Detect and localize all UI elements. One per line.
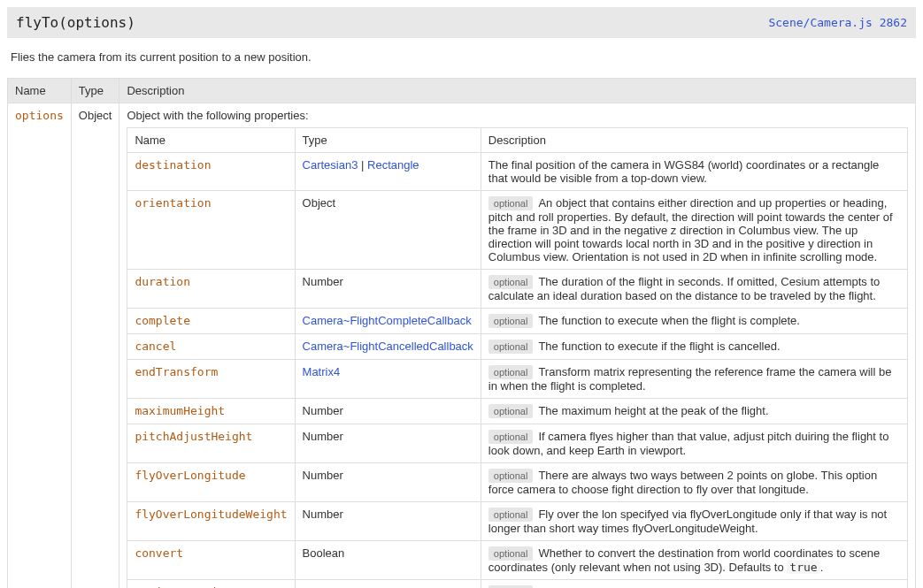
- prop-desc: optionalControls how the time is interpo…: [481, 580, 907, 589]
- prop-row: orientationObjectoptionalAn object that …: [127, 191, 908, 270]
- optional-badge: optional: [488, 196, 534, 210]
- type-link[interactable]: Cartesian3: [303, 158, 358, 172]
- prop-desc: optionalThe maximum height at the peak o…: [481, 399, 907, 424]
- prop-type: Boolean: [295, 541, 481, 580]
- prop-type: EasingFunction | EasingFunction~Callback: [295, 580, 481, 589]
- prop-desc-text: Fly over the lon specifyed via flyOverLo…: [488, 508, 887, 535]
- method-header: flyTo(options) Scene/Camera.js 2862: [7, 7, 916, 38]
- prop-row: completeCamera~FlightCompleteCallbackopt…: [127, 309, 908, 334]
- prop-desc: optionalAn object that contains either d…: [481, 191, 907, 270]
- prop-desc: optionalThe function to execute when the…: [481, 309, 907, 334]
- prop-name: pitchAdjustHeight: [135, 430, 252, 443]
- prop-type: Number: [295, 424, 481, 463]
- prop-desc: optionalFly over the lon specifyed via f…: [481, 502, 907, 541]
- prop-desc-text: Whether to convert the destination from …: [488, 546, 880, 574]
- prop-desc-text: The function to execute if the flight is…: [538, 340, 780, 353]
- prop-row: flyOverLongitudeWeightNumberoptionalFly …: [127, 502, 908, 541]
- prop-name: flyOverLongitude: [135, 469, 245, 482]
- type-link[interactable]: Camera~FlightCancelledCallback: [303, 340, 473, 353]
- optional-badge: optional: [488, 469, 534, 483]
- col-type: Type: [295, 128, 481, 153]
- param-row: options Object Object with the following…: [8, 103, 916, 589]
- prop-row: flyOverLongitudeNumberoptionalThere are …: [127, 463, 908, 502]
- optional-badge: optional: [488, 430, 534, 444]
- prop-name: flyOverLongitudeWeight: [135, 508, 287, 521]
- type-link[interactable]: Matrix4: [303, 365, 341, 378]
- prop-desc-text: The duration of the flight in seconds. I…: [488, 275, 880, 302]
- prop-name: cancel: [135, 340, 176, 353]
- method-intro: Flies the camera from its current positi…: [11, 50, 916, 64]
- method-signature: flyTo(options): [16, 14, 135, 31]
- prop-name: orientation: [135, 196, 211, 210]
- col-desc: Description: [481, 128, 907, 153]
- options-props-table: Name Type Description destinationCartesi…: [127, 127, 908, 588]
- col-name: Name: [127, 128, 295, 153]
- prop-type: Cartesian3 | Rectangle: [295, 153, 481, 191]
- prop-desc-text: An object that contains either direction…: [488, 196, 893, 263]
- prop-name: complete: [135, 314, 190, 327]
- optional-badge: optional: [488, 365, 534, 379]
- prop-desc-text: If camera flyes higher than that value, …: [488, 430, 889, 457]
- prop-desc: optionalIf camera flyes higher than that…: [481, 424, 907, 463]
- source-link[interactable]: Scene/Camera.js 2862: [768, 16, 907, 29]
- param-desc-lead: Object with the following properties:: [127, 109, 308, 122]
- prop-name: endTransform: [135, 365, 218, 378]
- optional-badge: optional: [488, 546, 534, 561]
- prop-type: Number: [295, 270, 481, 309]
- optional-badge: optional: [488, 275, 534, 289]
- prop-row: destinationCartesian3 | RectangleThe fin…: [127, 153, 908, 191]
- col-name: Name: [8, 79, 72, 103]
- prop-desc-text: The function to execute when the flight …: [538, 314, 800, 327]
- prop-row: maximumHeightNumberoptionalThe maximum h…: [127, 399, 908, 424]
- prop-row: cancelCamera~FlightCancelledCallbackopti…: [127, 334, 908, 360]
- prop-row: durationNumberoptionalThe duration of th…: [127, 270, 908, 309]
- col-desc: Description: [119, 79, 916, 103]
- prop-name: convert: [135, 546, 183, 560]
- prop-type: Object: [295, 191, 481, 270]
- prop-type: Camera~FlightCompleteCallback: [295, 309, 481, 334]
- optional-badge: optional: [488, 340, 534, 354]
- prop-desc: The final position of the camera in WGS8…: [481, 153, 907, 191]
- prop-desc: optionalWhether to convert the destinati…: [481, 541, 907, 580]
- type-link[interactable]: Camera~FlightCompleteCallback: [303, 314, 472, 327]
- prop-name: duration: [135, 275, 190, 288]
- optional-badge: optional: [488, 508, 534, 522]
- optional-badge: optional: [488, 404, 534, 418]
- prop-desc: optionalTransform matrix representing th…: [481, 360, 907, 399]
- prop-type: Matrix4: [295, 360, 481, 399]
- prop-desc-text: There are always two ways between 2 poin…: [488, 469, 877, 496]
- prop-desc: optionalThe duration of the flight in se…: [481, 270, 907, 309]
- prop-desc: optionalThe function to execute if the f…: [481, 334, 907, 360]
- prop-type: Number: [295, 399, 481, 424]
- col-type: Type: [71, 79, 119, 103]
- prop-type: Camera~FlightCancelledCallback: [295, 334, 481, 360]
- prop-type: Number: [295, 463, 481, 502]
- optional-badge: optional: [488, 314, 534, 328]
- prop-type: Number: [295, 502, 481, 541]
- prop-row: endTransformMatrix4optionalTransform mat…: [127, 360, 908, 399]
- prop-name: maximumHeight: [135, 404, 225, 417]
- type-link[interactable]: Rectangle: [367, 158, 419, 172]
- prop-desc-text: The maximum height at the peak of the fl…: [538, 404, 768, 417]
- prop-desc: optionalThere are always two ways betwee…: [481, 463, 907, 502]
- param-type: Object: [71, 103, 119, 589]
- prop-row: easingFunctionEasingFunction | EasingFun…: [127, 580, 908, 589]
- param-desc-cell: Object with the following properties: Na…: [119, 103, 916, 589]
- param-name: options: [15, 109, 64, 122]
- prop-desc-text: Transform matrix representing the refere…: [488, 365, 892, 393]
- params-table: Name Type Description options Object Obj…: [7, 78, 916, 588]
- prop-name: destination: [135, 158, 211, 172]
- prop-desc-text: The final position of the camera in WGS8…: [488, 158, 880, 185]
- prop-row: pitchAdjustHeightNumberoptionalIf camera…: [127, 424, 908, 463]
- prop-row: convertBooleanoptionalWhether to convert…: [127, 541, 908, 580]
